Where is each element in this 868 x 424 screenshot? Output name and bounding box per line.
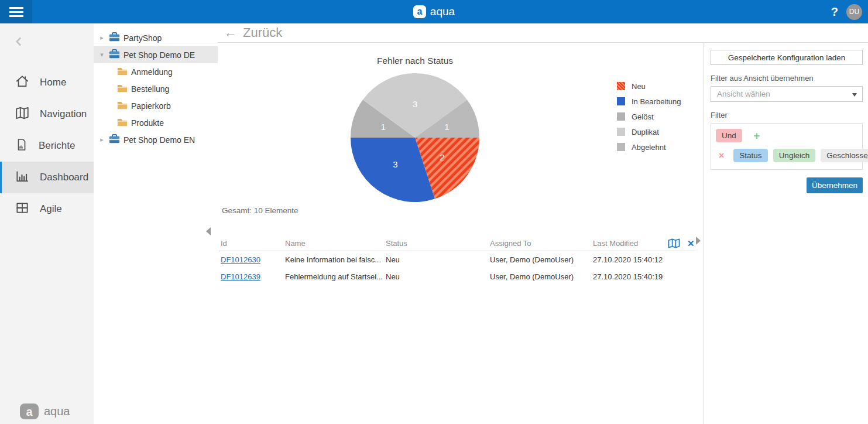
defect-name-cell: Keine Information bei falsc... [283,255,384,264]
home-icon [15,74,30,92]
aqua-logo-gray-icon: a [20,404,39,419]
add-condition-icon[interactable]: + [753,129,760,142]
pie-chart: 23131 [349,72,481,203]
top-bar: a aqua ? DU [0,0,868,23]
chevron-expanded-icon[interactable]: ▾ [98,51,105,59]
column-header-name[interactable]: Name [283,239,384,248]
tree-item-label: Bestellung [131,84,169,94]
filter-operator-chip[interactable]: Und [716,129,742,142]
sidebar-item-label: Dashboard [40,172,88,183]
project-tree-panel: ▸PartyShop▾Pet Shop Demo DEAnmeldungBest… [94,23,218,424]
folder-icon [117,101,128,110]
legend-label: Duplikat [632,128,659,136]
close-icon[interactable]: ✕ [687,238,695,249]
tree-item-anmeldung[interactable]: Anmeldung [94,63,218,80]
defect-id-cell: DF1012639 [219,272,283,281]
grid-icon [15,200,30,218]
left-sidebar: HomeNavigationBerichteDashboardAgile a a… [0,23,94,424]
tree-item-produkte[interactable]: Produkte [94,114,218,131]
sidebar-item-navigation[interactable]: Navigation [0,98,94,130]
legend-swatch-icon [617,128,625,136]
map-icon [15,105,30,124]
legend-label: In Bearbeitung [632,97,681,106]
sidebar-collapse-icon[interactable] [12,34,94,52]
folder-icon [117,84,128,93]
legend-label: Gelöst [632,112,654,121]
apply-button[interactable]: Übernehmen [807,177,863,193]
back-button[interactable]: ← Zurück [218,23,868,43]
dashboard-icon [15,169,30,187]
sidebar-item-label: Home [40,77,66,88]
tree-item-partyshop[interactable]: ▸PartyShop [94,29,218,46]
help-icon[interactable]: ? [831,5,838,19]
assigned-to-cell: User, Demo (DemoUser) [488,272,591,281]
column-header-last-modified[interactable]: Last Modified [591,239,667,248]
chevron-down-icon [852,93,857,97]
back-label: Zurück [243,25,282,40]
legend-item-in-bearbeitung: In Bearbeitung [617,94,681,109]
footer-logo-text: aqua [44,405,70,418]
sidebar-item-agile[interactable]: Agile [0,193,94,225]
dashboard-widget: Fehler nach Status 23131 NeuIn Bearbeitu… [218,43,704,424]
defects-table: IdNameStatusAssigned ToLast Modified✕ DF… [219,236,696,285]
user-avatar[interactable]: DU [846,4,862,20]
tree-item-label: Anmeldung [131,67,173,77]
filter-field-chip[interactable]: Status [733,149,767,162]
table-header: IdNameStatusAssigned ToLast Modified✕ [219,236,696,251]
sidebar-item-dashboard[interactable]: Dashboard [0,162,94,193]
defect-status-cell: Neu [384,255,488,264]
tree-item-papierkorb[interactable]: Papierkorb [94,97,218,114]
tree-item-pet-shop-demo-en[interactable]: ▸Pet Shop Demo EN [94,131,218,148]
tree-item-label: Pet Shop Demo EN [123,135,195,145]
pie-slice-value: 1 [380,122,385,132]
folder-icon [117,67,128,76]
table-row: DF1012630Keine Information bei falsc...N… [219,251,696,268]
sidebar-item-home[interactable]: Home [0,67,94,98]
project-briefcase-icon [109,49,120,59]
folder-icon [117,118,128,128]
remove-condition-icon[interactable]: × [719,151,724,161]
aqua-logo-icon: a [413,5,426,18]
legend-swatch-icon [617,97,625,105]
legend-item-gelöst: Gelöst [617,109,681,124]
filter-label: Filter [711,111,863,119]
map-icon[interactable] [667,238,681,249]
legend-label: Neu [632,82,646,91]
folder-icon [117,67,128,77]
filter-value-chip[interactable]: Geschlossen [821,149,868,162]
chart-legend: NeuIn BearbeitungGelöstDuplikatAbgelehnt [617,78,681,155]
defect-status-cell: Neu [384,272,488,281]
view-select-dropdown[interactable]: Ansicht wählen [711,86,863,102]
collapse-right-panel-handle[interactable] [696,237,701,245]
pie-slice-value: 2 [440,152,444,162]
chevron-collapsed-icon[interactable]: ▸ [98,136,105,143]
project-briefcase-icon [109,134,120,144]
sidebar-item-berichte[interactable]: Berichte [0,130,94,162]
collapse-tree-handle[interactable] [206,227,211,235]
column-header-id[interactable]: Id [219,239,283,248]
view-select-placeholder: Ansicht wählen [717,90,770,98]
folder-icon [117,84,128,94]
tree-item-label: Papierkorb [131,101,171,111]
project-icon [109,32,120,44]
chevron-collapsed-icon[interactable]: ▸ [98,34,105,42]
pie-slice-value: 1 [444,122,449,132]
sidebar-footer-logo: a aqua [20,404,70,419]
load-saved-configuration-button[interactable]: Gespeicherte Konfiguration laden [711,50,863,65]
app-name: aqua [430,5,455,18]
column-header-status[interactable]: Status [384,239,488,248]
legend-swatch-icon [617,143,625,151]
legend-item-neu: Neu [617,78,681,94]
tree-item-label: PartyShop [123,33,162,43]
back-arrow-icon: ← [224,25,237,40]
tree-item-bestellung[interactable]: Bestellung [94,80,218,97]
filter-comparator-chip[interactable]: Ungleich [773,149,816,162]
chart-title: Fehler nach Status [349,56,481,66]
defect-id-link[interactable]: DF1012630 [221,255,260,264]
tree-item-pet-shop-demo-de[interactable]: ▾Pet Shop Demo DE [94,46,218,63]
filter-from-view-label: Filter aus Ansicht übernehmen [711,74,863,83]
hamburger-menu-icon[interactable] [0,0,32,23]
column-header-assigned-to[interactable]: Assigned To [488,239,591,248]
filter-panel: Gespeicherte Konfiguration laden Filter … [704,43,868,424]
defect-id-link[interactable]: DF1012639 [221,272,260,281]
